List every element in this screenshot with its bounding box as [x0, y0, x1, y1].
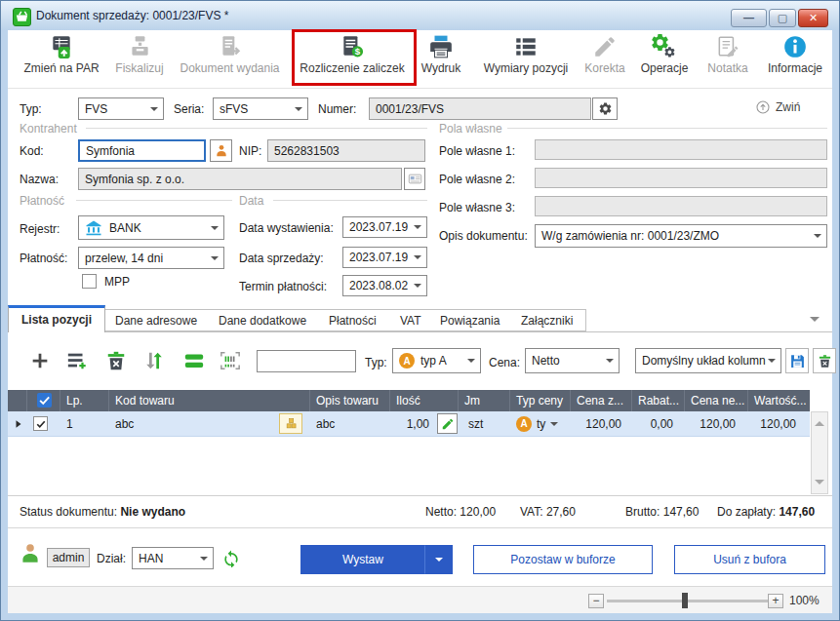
bottom-status-strip: − + 100% — [8, 586, 832, 613]
dzial-select[interactable]: HAN — [132, 547, 214, 569]
netto-total: Netto: 120,00 — [425, 505, 496, 519]
tab-zalaczniki[interactable]: Załączniki — [508, 309, 586, 331]
select-all-checkbox[interactable] — [37, 393, 52, 408]
tab-dane-dodatkowe[interactable]: Dane dodatkowe — [206, 309, 320, 331]
window-title: Dokument sprzedaży: 0001/23/FVS * — [36, 9, 228, 22]
nip-field[interactable]: 5262831503 — [267, 139, 425, 162]
delete-layout-button[interactable] — [813, 348, 836, 373]
add-multiple-items-button[interactable] — [66, 350, 88, 371]
goods-lookup-button[interactable] — [279, 413, 302, 434]
column-header-rabat[interactable]: Rabat... — [632, 390, 685, 411]
seria-select[interactable]: sFVS — [213, 97, 308, 120]
correction-icon — [592, 34, 618, 59]
sort-items-button[interactable] — [143, 350, 165, 371]
tab-lista-pozycji[interactable]: Lista pozycji — [8, 305, 105, 332]
column-header-typ-ceny[interactable]: Typ ceny — [510, 390, 571, 411]
data-sprzedazy-select[interactable]: 2023.07.19 — [342, 247, 427, 268]
column-header-cena-z[interactable]: Cena z... — [571, 390, 632, 411]
kod-input[interactable]: Symfonia — [78, 139, 206, 162]
table-scrollbar[interactable] — [811, 411, 828, 494]
toolbar-button-notatka[interactable]: Notatka — [700, 33, 755, 84]
termin-platnosci-select[interactable]: 2023.08.02 — [342, 275, 427, 296]
usun-z-bufora-button[interactable]: Usuń z bufora — [674, 545, 825, 574]
opis-dokumentu-select[interactable]: W/g zamówienia nr: 0001/23/ZMO — [535, 224, 827, 248]
zoom-slider-handle[interactable] — [682, 593, 688, 608]
kontrahent-lookup-button[interactable] — [210, 139, 232, 162]
toolbar-button-wydruk[interactable]: Wydruk — [416, 33, 466, 84]
chevron-down-icon — [768, 359, 776, 367]
tab-dane-adresowe[interactable]: Dane adresowe — [102, 309, 211, 331]
cell-typ-ceny[interactable]: A ty — [510, 411, 571, 437]
row-checkbox[interactable] — [33, 416, 48, 431]
minimize-button[interactable]: — — [731, 9, 767, 27]
column-header-lp[interactable]: Lp. — [60, 390, 109, 411]
platnosc-select[interactable]: przelew, 14 dni — [78, 247, 224, 269]
kod-label: Kod: — [20, 144, 44, 158]
item-search-input[interactable] — [257, 350, 356, 372]
table-row[interactable]: 1 abc abc 1,00 szt A ty 120,00 0,00 120,… — [8, 411, 810, 437]
chevron-down-icon — [150, 107, 158, 115]
typ-select[interactable]: FVS — [78, 97, 164, 120]
zoom-out-button[interactable]: − — [588, 594, 604, 608]
typ-label: Typ: — [20, 102, 42, 116]
column-header-ilosc[interactable]: Ilość — [390, 390, 459, 411]
zoom-in-button[interactable]: + — [768, 594, 783, 608]
toolbar-button-korekta[interactable]: Korekta — [580, 33, 630, 84]
header-select-all-cell[interactable] — [27, 390, 60, 411]
toolbar-button-dokument-wydania[interactable]: Dokument wydania — [174, 33, 286, 84]
fiscalize-icon — [127, 34, 152, 59]
chevron-down-icon — [414, 255, 421, 263]
delete-item-button[interactable] — [105, 350, 127, 371]
refresh-button[interactable] — [221, 548, 241, 567]
tab-powiazania[interactable]: Powiązania — [427, 309, 513, 331]
user-field[interactable]: admin — [47, 548, 90, 567]
column-header-jm[interactable]: Jm — [459, 390, 510, 411]
pole-wlasne-2-field[interactable] — [535, 168, 827, 188]
scroll-up-icon[interactable] — [815, 416, 824, 426]
pole-wlasne-3-field[interactable] — [535, 196, 827, 216]
column-header-wartosc[interactable]: Wartość... — [748, 390, 810, 411]
row-pointer-icon — [8, 411, 27, 437]
edit-quantity-button[interactable] — [437, 413, 458, 434]
pole-wlasne-1-field[interactable] — [535, 139, 827, 160]
item-typ-select[interactable]: A typ A — [392, 348, 481, 373]
toolbar-button-zmien-na-par[interactable]: Zmień na PAR — [18, 33, 105, 84]
column-header-cena-ne[interactable]: Cena ne... — [685, 390, 748, 411]
item-cena-select[interactable]: Netto — [525, 348, 620, 373]
data-wystawienia-select[interactable]: 2023.07.19 — [342, 216, 427, 238]
mpp-checkbox[interactable] — [82, 274, 97, 289]
toolbar-button-operacje[interactable]: Operacje — [635, 33, 694, 84]
column-header-opis-towaru[interactable]: Opis towaru — [310, 390, 390, 411]
operations-icon — [652, 34, 677, 59]
toolbar-button-wymiary-pozycji[interactable]: Wymiary pozycji — [473, 33, 579, 84]
cell-cena-z: 120,00 — [571, 411, 627, 437]
rejestr-select[interactable]: BANK — [78, 215, 224, 240]
column-header-kod-towaru[interactable]: Kod towaru — [109, 390, 310, 411]
wystaw-dropdown-button[interactable] — [425, 545, 453, 574]
column-layout-select[interactable]: Domyślny układ kolumn — [635, 348, 781, 373]
tab-strip: Lista pozycji Dane adresowe Dane dodatko… — [8, 305, 832, 332]
wystaw-button[interactable]: Wystaw — [300, 545, 425, 574]
tab-platnosci[interactable]: Płatności — [316, 309, 390, 331]
pozostaw-w-buforze-button[interactable]: Pozostaw w buforze — [473, 545, 653, 574]
maximize-button[interactable]: ▢ — [769, 9, 796, 27]
row-layout-button[interactable] — [182, 350, 206, 371]
nazwa-label: Nazwa: — [20, 173, 59, 186]
tab-overflow-chevron-icon[interactable] — [810, 317, 820, 327]
close-button[interactable]: ✕ — [798, 9, 828, 27]
nazwa-field[interactable]: Symfonia sp. z o.o. — [78, 168, 402, 190]
save-layout-button[interactable] — [785, 348, 809, 373]
barcode-scan-button[interactable] — [219, 350, 242, 371]
numer-field[interactable]: 0001/23/FVS — [369, 97, 591, 120]
numer-settings-button[interactable] — [592, 97, 618, 120]
collapse-link[interactable]: Zwiń — [755, 99, 833, 115]
kontrahent-group-label: Kontrahent — [20, 122, 77, 136]
scroll-down-icon[interactable] — [815, 480, 824, 489]
toolbar-button-fiskalizuj[interactable]: Fiskalizuj — [108, 33, 171, 84]
address-card-button[interactable] — [404, 168, 425, 190]
toolbar-button-informacje[interactable]: Informacje — [761, 33, 829, 84]
add-item-button[interactable] — [29, 350, 51, 371]
items-table-header: Lp. Kod towaru Opis towaru Ilość Jm Typ … — [8, 390, 810, 411]
note-icon — [715, 34, 740, 59]
do-zaplaty-total: Do zapłaty: 147,60 — [717, 505, 815, 519]
